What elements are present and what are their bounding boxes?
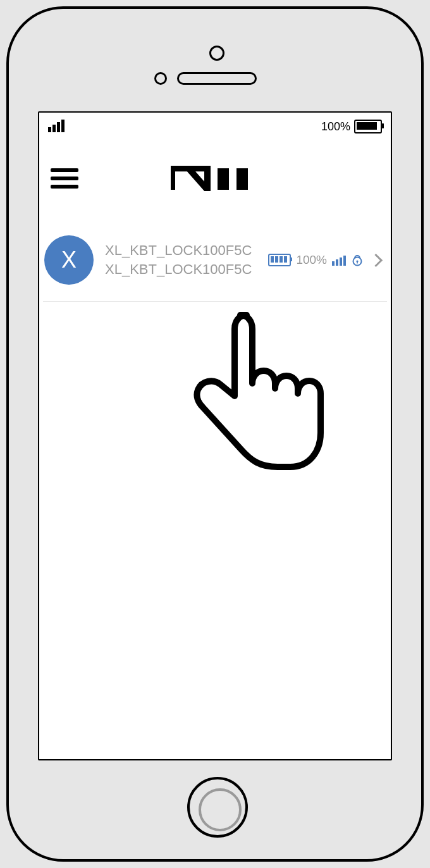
- device-signal-icon: [332, 254, 346, 266]
- device-battery-percent: 100%: [296, 253, 327, 267]
- phone-frame: 100% X: [6, 6, 424, 862]
- app-navbar: [39, 156, 391, 201]
- device-avatar: X: [44, 235, 94, 285]
- device-battery-icon: [268, 254, 291, 266]
- svg-rect-1: [236, 168, 248, 190]
- battery-icon: [354, 120, 382, 133]
- phone-camera: [209, 46, 224, 61]
- device-names: XL_KBT_LOCK100F5C XL_KBT_LOCK100F5C: [105, 241, 268, 279]
- device-list: X XL_KBT_LOCK100F5C XL_KBT_LOCK100F5C 10…: [39, 201, 391, 302]
- tap-gesture-icon: [188, 302, 328, 492]
- svg-rect-4: [357, 261, 358, 264]
- brand-logo: [171, 166, 259, 191]
- unlock-icon: [351, 254, 364, 266]
- device-row[interactable]: X XL_KBT_LOCK100F5C XL_KBT_LOCK100F5C 10…: [43, 224, 387, 302]
- menu-button[interactable]: [51, 164, 78, 192]
- status-bar: 100%: [39, 113, 391, 138]
- svg-rect-0: [218, 168, 229, 190]
- phone-sensor-dot: [154, 72, 167, 85]
- device-subtitle: XL_KBT_LOCK100F5C: [105, 260, 268, 279]
- chevron-right-icon: [369, 253, 383, 266]
- cellular-signal-icon: [48, 121, 64, 132]
- device-avatar-letter: X: [61, 247, 77, 273]
- screen: 100% X: [38, 111, 392, 760]
- device-status-group: 100%: [268, 253, 384, 267]
- device-title: XL_KBT_LOCK100F5C: [105, 241, 268, 260]
- phone-speaker: [177, 72, 257, 85]
- battery-label: 100%: [321, 120, 350, 133]
- home-button[interactable]: [187, 777, 248, 838]
